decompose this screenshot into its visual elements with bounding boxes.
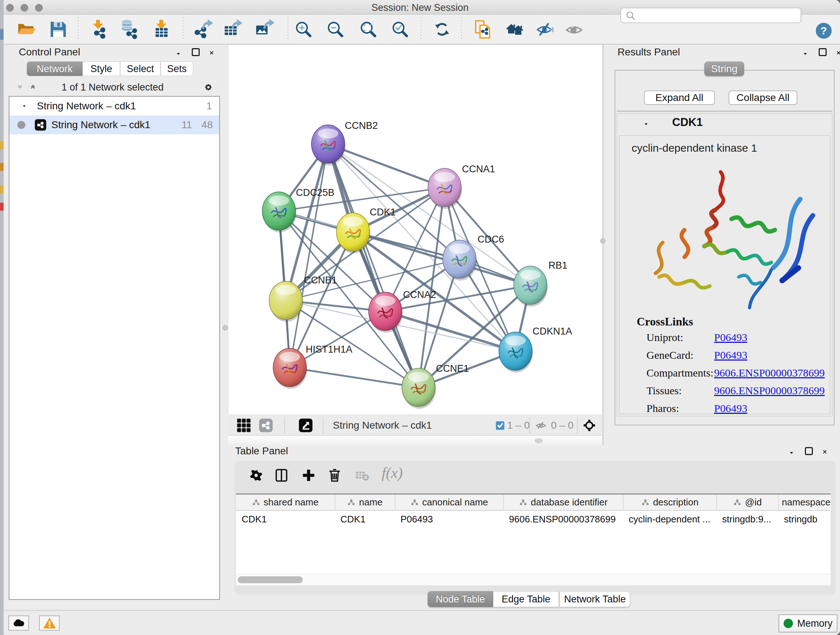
tab-sets[interactable]: Sets	[161, 62, 193, 76]
zoom-in-button[interactable]	[294, 19, 314, 40]
selected-checkbox[interactable]	[496, 421, 505, 430]
help-button[interactable]: ?	[816, 23, 832, 39]
memory-button[interactable]: Memory	[778, 614, 837, 632]
show-all-button[interactable]	[504, 19, 524, 40]
tab-network-table[interactable]: Network Table	[560, 591, 630, 607]
table-cell: CDK1	[242, 514, 333, 525]
tab-select[interactable]: Select	[120, 62, 161, 76]
search-input[interactable]	[621, 8, 801, 23]
crosslink-pharos[interactable]: P06493	[714, 402, 747, 415]
table-gear-icon[interactable]	[248, 467, 264, 484]
crosslink-genecard[interactable]: P06493	[714, 349, 747, 361]
table-hscrollbar-thumb[interactable]	[238, 576, 303, 583]
node-CDK1[interactable]	[336, 213, 370, 253]
splitter-handle[interactable]	[535, 439, 543, 443]
delete-column-icon[interactable]	[326, 467, 343, 484]
network-collection-row[interactable]: String Network – cdk1 1	[9, 97, 219, 116]
node-HIST1H1A[interactable]	[273, 348, 307, 389]
crosslink-tissues[interactable]: 9606.ENSP00000378699	[714, 385, 825, 397]
export-image-button[interactable]	[254, 19, 274, 40]
column-header-name[interactable]: name	[335, 494, 395, 510]
node-CDC6[interactable]	[443, 240, 477, 280]
tab-network[interactable]: Network	[27, 62, 82, 76]
results-panel-collapse-icon[interactable]	[801, 49, 810, 59]
network-status-dot	[17, 121, 25, 129]
column-header-description[interactable]: description	[623, 494, 716, 510]
table-panel-collapse-icon[interactable]	[787, 448, 796, 458]
network-options-gear-icon[interactable]	[202, 81, 215, 94]
node-CCNA2[interactable]	[369, 292, 403, 333]
column-header-id[interactable]: @id	[716, 494, 778, 510]
table-hscrollbar[interactable]	[236, 574, 830, 585]
export-table-button[interactable]	[222, 19, 242, 40]
fit-content-icon[interactable]	[582, 418, 597, 433]
node-label-CCNA2: CCNA2	[403, 289, 436, 300]
network-label: String Network – cdk1	[51, 119, 150, 131]
node-CDC25B[interactable]	[262, 192, 296, 233]
cloud-button[interactable]	[8, 616, 29, 631]
expand-all-button[interactable]: Expand All	[644, 90, 715, 105]
table-panel-close-icon[interactable]	[820, 447, 829, 456]
gene-collapse-icon[interactable]	[642, 120, 651, 128]
toolbar-separator	[78, 18, 79, 41]
open-session-button[interactable]	[17, 19, 37, 40]
collapse-all-icon[interactable]	[14, 81, 25, 92]
warnings-button[interactable]	[39, 616, 60, 631]
import-table-button[interactable]	[150, 19, 171, 40]
import-network-file-button[interactable]	[88, 19, 108, 40]
crosslink-label: Tissues:	[646, 385, 682, 397]
results-panel-float-icon[interactable]	[819, 48, 827, 56]
table-row[interactable]: CDK1CDK1P064939606.ENSP00000378699cyclin…	[236, 511, 830, 526]
hide-selected-button[interactable]	[534, 19, 554, 40]
search-icon	[625, 10, 636, 21]
splitter-toggle-right[interactable]	[600, 238, 606, 244]
node-CCNE1[interactable]	[402, 368, 436, 409]
zoom-out-button[interactable]	[325, 19, 346, 40]
crosslink-compartments[interactable]: 9606.ENSP00000378699	[714, 367, 825, 379]
node-CDKN1A[interactable]	[499, 332, 533, 372]
control-panel-close-icon[interactable]	[207, 48, 216, 57]
tab-string[interactable]: String	[704, 62, 744, 76]
column-header-namespace[interactable]: namespace	[778, 494, 830, 510]
collapse-all-button[interactable]: Collapse All	[729, 90, 797, 105]
string-view-icon[interactable]	[257, 417, 274, 434]
horizontal-splitter[interactable]	[228, 436, 602, 445]
add-column-icon[interactable]	[300, 467, 317, 484]
split-columns-icon[interactable]	[273, 467, 290, 484]
bar-separator	[577, 417, 578, 434]
tab-node-table[interactable]: Node Table	[428, 591, 493, 607]
node-RB1[interactable]	[514, 266, 548, 307]
tab-edge-table[interactable]: Edge Table	[493, 591, 559, 607]
import-network-database-button[interactable]	[118, 19, 139, 40]
hidden-count: 0 – 0	[551, 420, 573, 431]
node-label-CCNB2: CCNB2	[345, 120, 378, 131]
table-panel-title: Table Panel	[235, 445, 288, 457]
splitter-toggle-left[interactable]	[223, 325, 228, 331]
export-network-button[interactable]	[193, 19, 213, 40]
sliver-blob	[0, 29, 4, 40]
results-panel-close-icon[interactable]	[834, 48, 840, 57]
column-header-databaseidentifier[interactable]: database identifier	[503, 494, 623, 510]
zoom-selected-button[interactable]	[390, 19, 410, 40]
clone-network-button[interactable]	[472, 19, 493, 40]
tree-expand-icon[interactable]	[20, 102, 28, 110]
refresh-button[interactable]	[432, 19, 452, 40]
zoom-fit-button[interactable]	[358, 19, 378, 40]
expand-all-icon[interactable]	[27, 81, 38, 92]
node-CCNA1[interactable]	[428, 168, 462, 209]
save-session-button[interactable]	[48, 19, 68, 40]
grid-view-icon[interactable]	[236, 417, 252, 433]
gene-description: cyclin-dependent kinase 1	[632, 142, 757, 154]
network-row-selected[interactable]: String Network – cdk1 11 48	[9, 116, 219, 134]
column-header-sharedname[interactable]: shared name	[236, 494, 335, 510]
column-header-canonicalname[interactable]: canonical name	[395, 494, 503, 510]
open-in-window-icon[interactable]	[297, 417, 314, 434]
crosslink-uniprot[interactable]: P06493	[714, 331, 747, 344]
control-panel-float-icon[interactable]	[192, 48, 200, 56]
table-cell: cyclin-dependent ...	[629, 514, 715, 525]
node-CCNB1[interactable]	[269, 281, 303, 322]
tab-style[interactable]: Style	[82, 62, 120, 76]
table-panel-float-icon[interactable]	[805, 447, 813, 455]
network-canvas[interactable]: CCNB2CCNA1CDC25BCDK1CDC6RB1CCNB1CCNA2CDK…	[228, 45, 602, 415]
control-panel-collapse-icon[interactable]	[174, 49, 183, 59]
